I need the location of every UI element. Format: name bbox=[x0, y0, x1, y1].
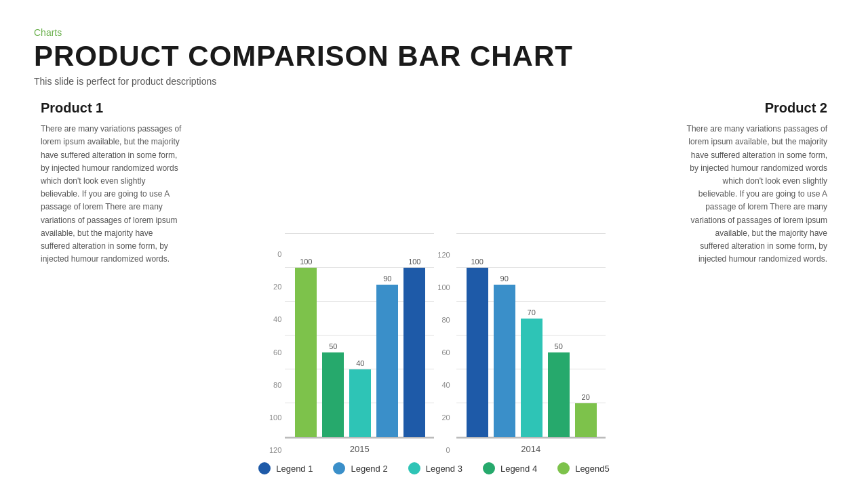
y-label: 20 bbox=[262, 283, 281, 291]
bar bbox=[575, 403, 597, 437]
bar-value: 100 bbox=[408, 258, 420, 266]
header-title: PRODUCT COMPARISON BAR CHART bbox=[34, 41, 834, 72]
charts-area: 120 100 80 60 40 20 0 bbox=[190, 100, 678, 454]
header: Charts PRODUCT COMPARISON BAR CHART This… bbox=[34, 27, 834, 87]
bar-col: 90 bbox=[376, 274, 398, 437]
y-label: 100 bbox=[262, 414, 281, 422]
product2-title: Product 2 bbox=[685, 100, 827, 116]
chart1: 120 100 80 60 40 20 0 bbox=[262, 234, 434, 454]
bar-col: 50 bbox=[322, 342, 344, 437]
product1-title: Product 1 bbox=[41, 100, 183, 116]
bar-col: 70 bbox=[521, 308, 542, 437]
header-subtitle: This slide is perfect for product descri… bbox=[34, 76, 834, 87]
header-tag: Charts bbox=[34, 27, 834, 38]
bar bbox=[494, 285, 515, 437]
bar-col: 40 bbox=[349, 359, 371, 437]
y-label: 60 bbox=[441, 348, 450, 357]
chart1-y-axis: 120 100 80 60 40 20 0 bbox=[262, 251, 281, 454]
legend-dot-2 bbox=[333, 462, 345, 474]
y-label: 0 bbox=[446, 446, 450, 454]
y-label: 120 bbox=[437, 251, 450, 259]
legend-item-1: Legend 1 bbox=[258, 462, 313, 474]
bar bbox=[467, 268, 488, 437]
y-label: 0 bbox=[262, 251, 281, 258]
bar-col: 20 bbox=[575, 393, 597, 437]
product1-panel: Product 1 There are many variations pass… bbox=[34, 100, 190, 454]
legend-item-4: Legend 4 bbox=[483, 462, 537, 474]
y-label: 120 bbox=[262, 447, 281, 454]
chart2-baseline bbox=[456, 437, 606, 439]
product2-panel: Product 2 There are many variations pass… bbox=[678, 100, 834, 454]
bar-value: 20 bbox=[582, 393, 590, 401]
chart2: 100 90 70 bbox=[456, 234, 606, 454]
bar bbox=[349, 369, 371, 437]
bar-col: 100 bbox=[467, 258, 488, 437]
product1-description: There are many variations passages of lo… bbox=[41, 123, 183, 266]
bar-value: 50 bbox=[555, 342, 563, 350]
bar-col: 100 bbox=[403, 258, 425, 437]
y-label: 80 bbox=[441, 316, 450, 324]
bar-value: 90 bbox=[383, 274, 391, 283]
bar bbox=[403, 268, 425, 437]
legend-area: Legend 1 Legend 2 Legend 3 Legend 4 Lege… bbox=[34, 462, 834, 474]
legend-dot-1 bbox=[258, 462, 271, 474]
y-label: 60 bbox=[262, 349, 281, 357]
chart2-x-label: 2014 bbox=[456, 444, 606, 454]
bar bbox=[295, 268, 317, 437]
bar-value: 100 bbox=[471, 258, 483, 266]
legend-label-3: Legend 3 bbox=[426, 464, 462, 474]
bar bbox=[521, 319, 542, 437]
slide: Charts PRODUCT COMPARISON BAR CHART This… bbox=[0, 0, 868, 488]
legend-item-5: Legend5 bbox=[557, 462, 610, 474]
bar-col: 50 bbox=[548, 342, 570, 437]
product2-description: There are many variations passages of lo… bbox=[685, 123, 827, 266]
legend-item-3: Legend 3 bbox=[408, 462, 462, 474]
legend-label-4: Legend 4 bbox=[500, 464, 537, 474]
bar-value: 70 bbox=[528, 308, 536, 317]
bar-value: 100 bbox=[300, 258, 312, 266]
chart1-baseline bbox=[285, 437, 434, 439]
legend-dot-4 bbox=[483, 462, 495, 474]
y-label: 40 bbox=[441, 381, 450, 389]
legend-dot-3 bbox=[408, 462, 420, 474]
bar bbox=[548, 352, 570, 437]
legend-dot-5 bbox=[557, 462, 570, 474]
bar-value: 50 bbox=[329, 342, 337, 350]
bar-col: 100 bbox=[295, 258, 317, 437]
bar bbox=[322, 352, 344, 437]
bar bbox=[376, 285, 398, 437]
bar-value: 90 bbox=[500, 274, 509, 283]
legend-label-1: Legend 1 bbox=[276, 464, 313, 474]
y-label: 20 bbox=[441, 413, 450, 422]
legend-item-2: Legend 2 bbox=[333, 462, 387, 474]
legend-label-2: Legend 2 bbox=[351, 464, 387, 474]
y-label: 80 bbox=[262, 382, 281, 389]
bar-col: 90 bbox=[494, 274, 515, 437]
content-area: Product 1 There are many variations pass… bbox=[34, 100, 834, 454]
legend-label-5: Legend5 bbox=[575, 464, 610, 474]
y-label: 40 bbox=[262, 316, 281, 323]
y-label: 100 bbox=[437, 283, 450, 291]
chart1-x-label: 2015 bbox=[285, 444, 434, 454]
bar-value: 40 bbox=[356, 359, 364, 367]
